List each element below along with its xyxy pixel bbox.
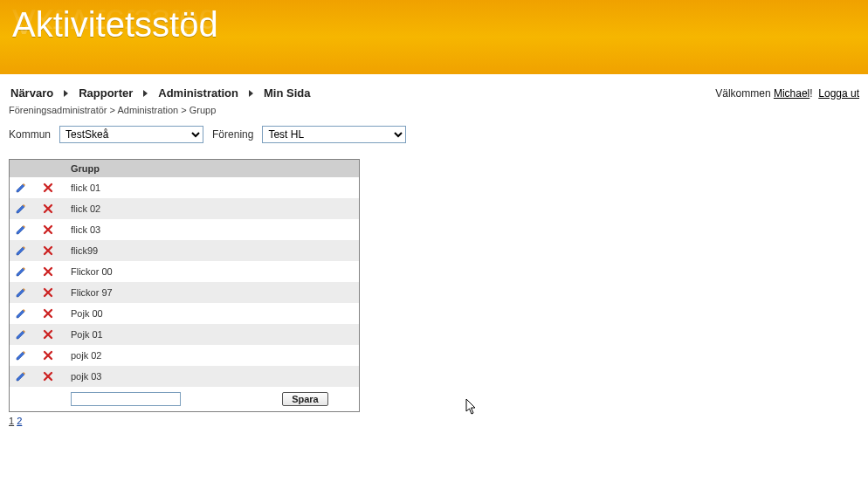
group-name-cell: flick 02: [65, 198, 359, 219]
forening-label: Förening: [212, 128, 253, 141]
nav-item-narvaro[interactable]: Närvaro: [9, 86, 55, 100]
delete-icon[interactable]: [43, 329, 60, 340]
delete-icon[interactable]: [43, 224, 60, 235]
delete-icon[interactable]: [43, 371, 60, 382]
pencil-icon[interactable]: [15, 182, 32, 194]
nav-item-administration[interactable]: Administration: [156, 86, 240, 100]
breadcrumb-part: Grupp: [189, 105, 217, 115]
pencil-icon[interactable]: [15, 349, 32, 362]
group-name-cell: pojk 03: [65, 366, 359, 387]
save-button[interactable]: Spara: [282, 392, 328, 406]
pager-page-current: 1: [9, 416, 14, 426]
pencil-icon[interactable]: [15, 224, 32, 236]
delete-icon[interactable]: [43, 266, 60, 277]
forening-select[interactable]: Test HL: [262, 126, 406, 143]
app-title-reflection: Aktivitetsstöd: [12, 2, 218, 41]
app-banner: Aktivitetsstöd Aktivitetsstöd: [0, 0, 868, 74]
table-row: flick 03: [10, 219, 359, 240]
welcome-text: Välkommen Michael! Logga ut: [715, 87, 859, 100]
primary-nav: Närvaro Rapporter Administration Min Sid…: [9, 86, 312, 100]
group-table: Grupp flick 01flick 02flick 03flick99Fli…: [10, 160, 359, 411]
pencil-icon[interactable]: [15, 244, 32, 257]
table-row: Flickor 00: [10, 261, 359, 282]
nav-item-rapporter[interactable]: Rapporter: [77, 86, 134, 100]
group-table-wrap: Grupp flick 01flick 02flick 03flick99Fli…: [9, 159, 360, 412]
chevron-right-icon: [249, 90, 253, 97]
logout-link[interactable]: Logga ut: [818, 87, 859, 100]
new-group-input[interactable]: [71, 392, 181, 406]
group-name-cell: Flickor 97: [65, 282, 359, 303]
welcome-exclaim: !: [809, 87, 812, 100]
col-edit-header: [10, 160, 38, 177]
pager: 1 2: [0, 412, 868, 426]
kommun-label: Kommun: [9, 128, 51, 141]
delete-icon[interactable]: [43, 182, 60, 193]
group-name-cell: flick99: [65, 240, 359, 261]
delete-icon[interactable]: [43, 203, 60, 214]
group-name-cell: flick 03: [65, 219, 359, 240]
group-name-cell: Flickor 00: [65, 261, 359, 282]
chevron-right-icon: [143, 90, 148, 97]
pencil-icon[interactable]: [15, 286, 32, 299]
table-row: flick99: [10, 240, 359, 261]
table-row: flick 02: [10, 198, 359, 219]
welcome-prefix: Välkommen: [715, 87, 774, 100]
pencil-icon[interactable]: [15, 265, 32, 278]
group-name-cell: Pojk 01: [65, 324, 359, 345]
pencil-icon[interactable]: [15, 203, 32, 215]
table-row: pojk 03: [10, 366, 359, 387]
breadcrumb: Föreningsadministratör > Administration …: [0, 101, 868, 122]
group-name-cell: Pojk 00: [65, 303, 359, 324]
col-delete-header: [38, 160, 65, 177]
pager-page-link[interactable]: 2: [17, 416, 22, 426]
breadcrumb-part: Administration: [117, 105, 178, 115]
pencil-icon[interactable]: [15, 307, 32, 320]
user-link[interactable]: Michael: [774, 87, 809, 100]
table-row: flick 01: [10, 177, 359, 198]
pencil-icon[interactable]: [15, 328, 32, 341]
group-name-cell: pojk 02: [65, 345, 359, 366]
group-name-cell: flick 01: [65, 177, 359, 198]
table-row: Pojk 01: [10, 324, 359, 345]
nav-item-minsida[interactable]: Min Sida: [262, 86, 312, 100]
kommun-select[interactable]: TestSkeå: [59, 126, 203, 143]
col-grupp-header: Grupp: [65, 160, 359, 177]
table-row: pojk 02: [10, 345, 359, 366]
table-row: Pojk 00: [10, 303, 359, 324]
delete-icon[interactable]: [43, 245, 60, 256]
delete-icon[interactable]: [43, 287, 60, 298]
delete-icon[interactable]: [43, 308, 60, 319]
delete-icon[interactable]: [43, 350, 60, 361]
table-row: Flickor 97: [10, 282, 359, 303]
chevron-right-icon: [64, 90, 68, 97]
pencil-icon[interactable]: [15, 370, 32, 382]
breadcrumb-part: Föreningsadministratör: [9, 105, 107, 115]
